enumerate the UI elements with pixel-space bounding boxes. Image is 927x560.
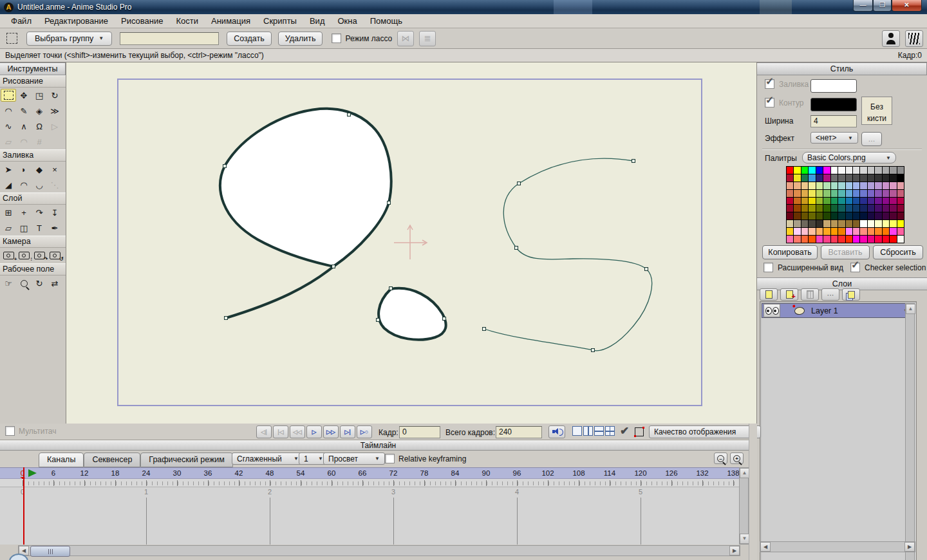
palette-swatch-r5c7[interactable]: [838, 205, 845, 212]
palette-swatch-r2c12[interactable]: [875, 182, 881, 189]
go-to-start-button[interactable]: ◁|: [256, 425, 272, 438]
palette-swatch-r3c7[interactable]: [838, 190, 845, 197]
scroll-down-arrow[interactable]: ▼: [740, 534, 749, 544]
palette-swatch-r9c3[interactable]: [809, 236, 815, 243]
palette-swatch-r1c3[interactable]: [809, 174, 815, 182]
palette-swatch-r4c4[interactable]: [816, 198, 823, 205]
no-brush-button[interactable]: Без кисти: [861, 97, 892, 125]
group-name-input[interactable]: [120, 32, 219, 45]
select-shape-icon[interactable]: ➤: [1, 163, 16, 176]
palette-swatch-r8c11[interactable]: [868, 228, 874, 235]
layer-visibility-toggle[interactable]: [763, 304, 780, 317]
palette-swatch-r2c10[interactable]: [860, 182, 866, 189]
palette-swatch-r4c10[interactable]: [860, 198, 866, 205]
palette-swatch-r0c12[interactable]: [875, 167, 881, 174]
palette-swatch-r3c6[interactable]: [831, 190, 838, 197]
palette-swatch-r6c11[interactable]: [868, 212, 874, 219]
outline-checkbox[interactable]: ✓: [765, 98, 774, 107]
palette-swatch-r2c6[interactable]: [831, 182, 838, 189]
checker-selection-checkbox[interactable]: ✓: [850, 263, 860, 272]
stereo-region-icon[interactable]: [635, 427, 644, 436]
palette-swatch-r6c4[interactable]: [816, 212, 823, 219]
library-button[interactable]: [905, 30, 923, 47]
palette-swatch-r7c8[interactable]: [846, 220, 852, 227]
translate-points-icon[interactable]: ✥: [16, 89, 32, 102]
timeline-horizontal-scrollbar[interactable]: ◀ ▶: [18, 545, 740, 556]
palette-swatch-r2c13[interactable]: [883, 182, 889, 189]
palette-swatch-r8c12[interactable]: [875, 228, 881, 235]
layers-horizontal-scrollbar[interactable]: ◀ ▶: [760, 541, 915, 552]
palette-swatch-r9c12[interactable]: [875, 236, 881, 243]
translate-layer-icon[interactable]: ⊞: [1, 206, 16, 219]
tab-графический-режим[interactable]: Графический режим: [140, 453, 233, 467]
palette-swatch-r8c6[interactable]: [831, 228, 838, 235]
quad-view-button[interactable]: [605, 426, 615, 436]
duplicate-layer-tool-icon[interactable]: ◫: [16, 221, 32, 234]
audio-button[interactable]: [548, 425, 565, 438]
step-back-button[interactable]: |◁: [273, 425, 288, 438]
rewind-button[interactable]: ◁◁: [290, 425, 305, 438]
menu-кости[interactable]: Кости: [170, 15, 204, 27]
timeline-vertical-scrollbar[interactable]: ▲ ▼: [739, 467, 749, 545]
line-width-icon[interactable]: ◠: [16, 178, 32, 191]
delete-layer-button[interactable]: [801, 288, 819, 301]
create-button[interactable]: Создать: [227, 32, 272, 46]
reset-style-button[interactable]: Сбросить: [873, 245, 923, 259]
palette-swatch-r6c12[interactable]: [875, 212, 881, 219]
palette-swatch-r6c8[interactable]: [846, 212, 852, 219]
palette-swatch-r9c14[interactable]: [890, 236, 896, 243]
palette-swatch-r2c9[interactable]: [853, 182, 859, 189]
lasso-mode-checkbox[interactable]: [332, 33, 341, 43]
timeline-zoom-out-button[interactable]: –: [714, 453, 727, 464]
bend-points-icon[interactable]: ◠: [16, 135, 32, 148]
palette-swatch-r5c2[interactable]: [801, 205, 808, 212]
pan-tilt-camera-icon[interactable]: ↺: [47, 249, 62, 262]
palette-swatch-r3c14[interactable]: [890, 190, 896, 197]
text-tool-icon[interactable]: T: [32, 221, 47, 234]
playhead-line[interactable]: [23, 467, 24, 545]
stroke-exposure-icon[interactable]: ⋱: [47, 178, 62, 191]
palette-swatch-r9c0[interactable]: [787, 236, 793, 243]
draw-shape-icon[interactable]: ◈: [32, 104, 47, 117]
palette-swatch-r2c1[interactable]: [794, 182, 800, 189]
palette-swatch-r0c8[interactable]: [846, 167, 852, 174]
palette-swatch-r6c10[interactable]: [860, 212, 866, 219]
palette-swatch-r8c10[interactable]: [860, 228, 866, 235]
palette-swatch-r1c12[interactable]: [875, 174, 881, 182]
shear-points-icon[interactable]: ▱: [1, 135, 16, 148]
roll-camera-icon[interactable]: ↷: [32, 249, 47, 262]
timeline-zoom-in-button[interactable]: +: [730, 453, 744, 464]
palette-swatch-r5c6[interactable]: [831, 205, 838, 212]
palette-swatch-r7c6[interactable]: [831, 220, 838, 227]
palette-swatch-r6c7[interactable]: [838, 212, 845, 219]
menu-скрипты[interactable]: Скрипты: [258, 15, 303, 27]
palette-swatch-r4c7[interactable]: [838, 198, 845, 205]
palette-swatch-r4c12[interactable]: [875, 198, 881, 205]
palette-swatch-r3c12[interactable]: [875, 190, 881, 197]
palette-swatch-r0c7[interactable]: [838, 167, 845, 174]
palette-swatch-r5c13[interactable]: [883, 205, 889, 212]
menu-рисование[interactable]: Рисование: [115, 15, 169, 27]
palette-swatch-r5c9[interactable]: [853, 205, 859, 212]
menu-файл[interactable]: Файл: [5, 15, 37, 27]
menu-анимация[interactable]: Анимация: [205, 15, 256, 27]
palette-swatch-r6c9[interactable]: [853, 212, 859, 219]
palette-swatch-r1c1[interactable]: [794, 174, 800, 182]
palette-swatch-r7c10[interactable]: [860, 220, 866, 227]
palette-swatch-r5c15[interactable]: [897, 205, 904, 212]
drawing-canvas[interactable]: [66, 62, 756, 424]
restore-button[interactable]: ❐: [873, 0, 892, 12]
palette-swatch-r8c1[interactable]: [794, 228, 800, 235]
enable-drawing-checkmark-icon[interactable]: ✔: [620, 424, 629, 438]
palette-swatch-r2c7[interactable]: [838, 182, 845, 189]
effect-dropdown[interactable]: <нет>▼: [810, 132, 858, 144]
menu-окна[interactable]: Окна: [332, 15, 362, 27]
layer-download-icon[interactable]: ↧: [47, 206, 62, 219]
palette-swatch-r1c8[interactable]: [846, 174, 852, 182]
palette-swatch-r8c15[interactable]: [897, 228, 904, 235]
palette-swatch-r7c13[interactable]: [883, 220, 889, 227]
palette-swatch-r1c15[interactable]: [897, 174, 904, 182]
perspective-points-icon[interactable]: ▷: [47, 120, 62, 133]
palette-swatch-r5c3[interactable]: [809, 205, 815, 212]
scroll-right-arrow[interactable]: ▶: [729, 546, 740, 555]
